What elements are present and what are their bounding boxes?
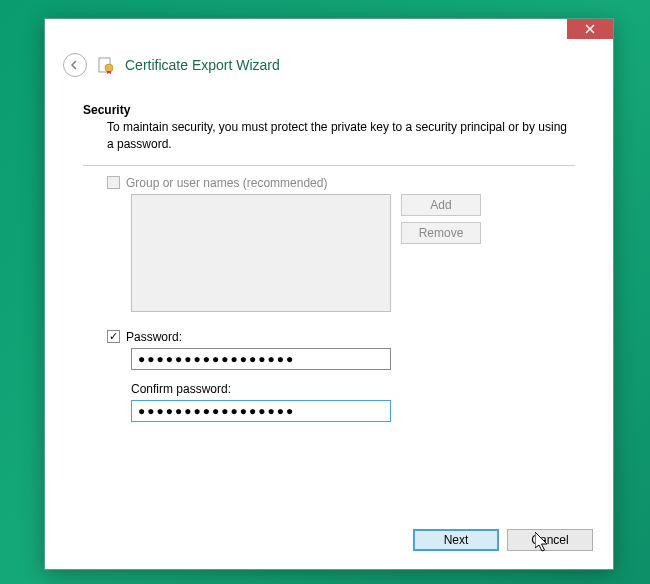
- group-listbox-row: Add Remove: [83, 194, 575, 312]
- back-button[interactable]: [63, 53, 87, 77]
- titlebar: [45, 19, 613, 47]
- group-checkbox[interactable]: [107, 176, 120, 189]
- content-area: Security To maintain security, you must …: [45, 95, 613, 517]
- footer: Next Cancel: [45, 517, 613, 569]
- group-listbox: [131, 194, 391, 312]
- svg-point-3: [105, 64, 113, 72]
- divider: [83, 165, 575, 166]
- password-checkbox-row: Password:: [107, 330, 575, 344]
- group-checkbox-label: Group or user names (recommended): [126, 176, 327, 190]
- security-heading: Security: [83, 103, 575, 117]
- close-icon: [585, 24, 595, 34]
- password-input[interactable]: [131, 348, 391, 370]
- arrow-left-icon: [69, 59, 81, 71]
- password-checkbox-label: Password:: [126, 330, 182, 344]
- security-description: To maintain security, you must protect t…: [83, 119, 575, 153]
- group-checkbox-row: Group or user names (recommended): [83, 176, 575, 190]
- remove-button: Remove: [401, 222, 481, 244]
- certificate-icon: [97, 56, 115, 74]
- confirm-password-input[interactable]: [131, 400, 391, 422]
- wizard-window: Certificate Export Wizard Security To ma…: [44, 18, 614, 570]
- password-section: Password: Confirm password:: [83, 330, 575, 422]
- password-checkbox[interactable]: [107, 330, 120, 343]
- group-side-buttons: Add Remove: [401, 194, 481, 312]
- confirm-password-label: Confirm password:: [131, 382, 575, 396]
- next-button[interactable]: Next: [413, 529, 499, 551]
- add-button: Add: [401, 194, 481, 216]
- wizard-header: Certificate Export Wizard: [45, 47, 613, 95]
- wizard-title: Certificate Export Wizard: [125, 57, 280, 73]
- close-button[interactable]: [567, 19, 613, 39]
- cancel-button[interactable]: Cancel: [507, 529, 593, 551]
